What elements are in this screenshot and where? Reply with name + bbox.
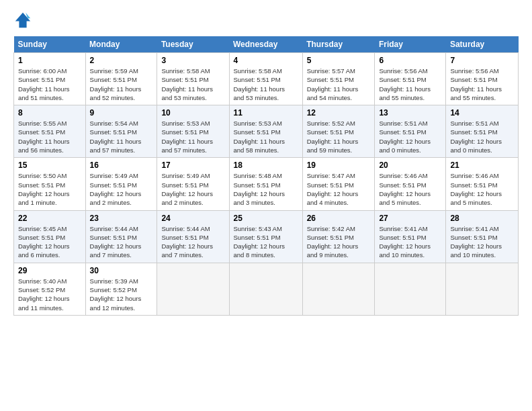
- day-number: 5: [307, 56, 371, 65]
- day-number: 17: [161, 161, 224, 170]
- logo-icon: [13, 11, 32, 30]
- day-info: Sunrise: 5:39 AM Sunset: 5:52 PM Dayligh…: [90, 277, 153, 312]
- svg-marker-0: [15, 13, 30, 28]
- day-cell: 14Sunrise: 5:51 AM Sunset: 5:51 PM Dayli…: [446, 105, 519, 158]
- col-header-sunday: Sunday: [14, 36, 86, 53]
- day-number: 27: [379, 214, 441, 223]
- day-cell: 18Sunrise: 5:48 AM Sunset: 5:51 PM Dayli…: [229, 158, 302, 210]
- week-row-2: 15Sunrise: 5:50 AM Sunset: 5:51 PM Dayli…: [14, 158, 519, 210]
- day-info: Sunrise: 5:42 AM Sunset: 5:51 PM Dayligh…: [307, 224, 371, 260]
- header: [13, 11, 519, 30]
- day-info: Sunrise: 5:54 AM Sunset: 5:51 PM Dayligh…: [90, 119, 153, 154]
- day-info: Sunrise: 5:46 AM Sunset: 5:51 PM Dayligh…: [379, 171, 441, 207]
- day-cell: 28Sunrise: 5:41 AM Sunset: 5:51 PM Dayli…: [446, 210, 519, 263]
- day-cell: 4Sunrise: 5:58 AM Sunset: 5:51 PM Daylig…: [229, 53, 302, 105]
- day-info: Sunrise: 5:58 AM Sunset: 5:51 PM Dayligh…: [161, 66, 224, 102]
- col-header-thursday: Thursday: [302, 36, 375, 53]
- day-cell: 7Sunrise: 5:56 AM Sunset: 5:51 PM Daylig…: [446, 53, 519, 105]
- day-number: 30: [90, 266, 153, 275]
- day-number: 20: [379, 161, 441, 170]
- col-header-wednesday: Wednesday: [229, 36, 302, 53]
- day-cell: 11Sunrise: 5:53 AM Sunset: 5:51 PM Dayli…: [229, 105, 302, 158]
- day-number: 2: [90, 56, 153, 65]
- col-header-tuesday: Tuesday: [157, 36, 229, 53]
- day-cell: 16Sunrise: 5:49 AM Sunset: 5:51 PM Dayli…: [85, 158, 157, 210]
- logo: [13, 11, 35, 30]
- day-cell: 19Sunrise: 5:47 AM Sunset: 5:51 PM Dayli…: [302, 158, 375, 210]
- day-cell: 27Sunrise: 5:41 AM Sunset: 5:51 PM Dayli…: [375, 210, 446, 263]
- day-number: 22: [18, 214, 81, 223]
- day-number: 6: [379, 56, 441, 65]
- day-info: Sunrise: 5:40 AM Sunset: 5:52 PM Dayligh…: [18, 277, 81, 312]
- day-info: Sunrise: 6:00 AM Sunset: 5:51 PM Dayligh…: [18, 66, 81, 102]
- day-info: Sunrise: 5:47 AM Sunset: 5:51 PM Dayligh…: [307, 171, 371, 207]
- day-cell: 23Sunrise: 5:44 AM Sunset: 5:51 PM Dayli…: [85, 210, 157, 263]
- day-cell: [375, 263, 446, 315]
- day-info: Sunrise: 5:53 AM Sunset: 5:51 PM Dayligh…: [234, 119, 298, 154]
- header-row: SundayMondayTuesdayWednesdayThursdayFrid…: [14, 36, 519, 53]
- day-cell: 8Sunrise: 5:55 AM Sunset: 5:51 PM Daylig…: [14, 105, 86, 158]
- day-info: Sunrise: 5:55 AM Sunset: 5:51 PM Dayligh…: [18, 119, 81, 154]
- calendar-table: SundayMondayTuesdayWednesdayThursdayFrid…: [13, 36, 519, 316]
- col-header-friday: Friday: [375, 36, 446, 53]
- day-cell: [229, 263, 302, 315]
- day-info: Sunrise: 5:41 AM Sunset: 5:51 PM Dayligh…: [450, 224, 514, 260]
- day-number: 1: [18, 56, 81, 65]
- day-number: 8: [18, 108, 81, 118]
- day-number: 18: [234, 161, 298, 170]
- day-number: 10: [161, 108, 224, 118]
- week-row-4: 29Sunrise: 5:40 AM Sunset: 5:52 PM Dayli…: [14, 263, 519, 315]
- day-number: 19: [307, 161, 371, 170]
- day-cell: 30Sunrise: 5:39 AM Sunset: 5:52 PM Dayli…: [85, 263, 157, 315]
- day-cell: 12Sunrise: 5:52 AM Sunset: 5:51 PM Dayli…: [302, 105, 375, 158]
- day-cell: 15Sunrise: 5:50 AM Sunset: 5:51 PM Dayli…: [14, 158, 86, 210]
- day-number: 16: [90, 161, 153, 170]
- day-info: Sunrise: 5:50 AM Sunset: 5:51 PM Dayligh…: [18, 171, 81, 207]
- day-cell: 22Sunrise: 5:45 AM Sunset: 5:51 PM Dayli…: [14, 210, 86, 263]
- day-info: Sunrise: 5:46 AM Sunset: 5:51 PM Dayligh…: [450, 171, 514, 207]
- page: SundayMondayTuesdayWednesdayThursdayFrid…: [0, 0, 532, 322]
- day-number: 4: [234, 56, 298, 65]
- day-cell: 5Sunrise: 5:57 AM Sunset: 5:51 PM Daylig…: [302, 53, 375, 105]
- day-info: Sunrise: 5:58 AM Sunset: 5:51 PM Dayligh…: [234, 66, 298, 102]
- day-cell: [157, 263, 229, 315]
- day-number: 13: [379, 108, 441, 118]
- day-number: 21: [450, 161, 514, 170]
- day-cell: 3Sunrise: 5:58 AM Sunset: 5:51 PM Daylig…: [157, 53, 229, 105]
- day-info: Sunrise: 5:59 AM Sunset: 5:51 PM Dayligh…: [90, 66, 153, 102]
- day-number: 28: [450, 214, 514, 223]
- week-row-0: 1Sunrise: 6:00 AM Sunset: 5:51 PM Daylig…: [14, 53, 519, 105]
- day-info: Sunrise: 5:57 AM Sunset: 5:51 PM Dayligh…: [307, 66, 371, 102]
- day-info: Sunrise: 5:49 AM Sunset: 5:51 PM Dayligh…: [90, 171, 153, 207]
- day-info: Sunrise: 5:49 AM Sunset: 5:51 PM Dayligh…: [161, 171, 224, 207]
- day-info: Sunrise: 5:51 AM Sunset: 5:51 PM Dayligh…: [450, 119, 514, 154]
- day-number: 24: [161, 214, 224, 223]
- day-cell: 26Sunrise: 5:42 AM Sunset: 5:51 PM Dayli…: [302, 210, 375, 263]
- day-cell: 21Sunrise: 5:46 AM Sunset: 5:51 PM Dayli…: [446, 158, 519, 210]
- day-number: 29: [18, 266, 81, 275]
- day-info: Sunrise: 5:43 AM Sunset: 5:51 PM Dayligh…: [234, 224, 298, 260]
- day-info: Sunrise: 5:51 AM Sunset: 5:51 PM Dayligh…: [379, 119, 441, 154]
- day-number: 11: [234, 108, 298, 118]
- day-number: 26: [307, 214, 371, 223]
- day-number: 23: [90, 214, 153, 223]
- week-row-1: 8Sunrise: 5:55 AM Sunset: 5:51 PM Daylig…: [14, 105, 519, 158]
- day-number: 14: [450, 108, 514, 118]
- day-cell: 20Sunrise: 5:46 AM Sunset: 5:51 PM Dayli…: [375, 158, 446, 210]
- day-info: Sunrise: 5:52 AM Sunset: 5:51 PM Dayligh…: [307, 119, 371, 154]
- day-info: Sunrise: 5:45 AM Sunset: 5:51 PM Dayligh…: [18, 224, 81, 260]
- day-info: Sunrise: 5:56 AM Sunset: 5:51 PM Dayligh…: [450, 66, 514, 102]
- day-info: Sunrise: 5:53 AM Sunset: 5:51 PM Dayligh…: [161, 119, 224, 154]
- week-row-3: 22Sunrise: 5:45 AM Sunset: 5:51 PM Dayli…: [14, 210, 519, 263]
- day-cell: 29Sunrise: 5:40 AM Sunset: 5:52 PM Dayli…: [14, 263, 86, 315]
- col-header-monday: Monday: [85, 36, 157, 53]
- day-cell: 25Sunrise: 5:43 AM Sunset: 5:51 PM Dayli…: [229, 210, 302, 263]
- day-number: 3: [161, 56, 224, 65]
- day-cell: 6Sunrise: 5:56 AM Sunset: 5:51 PM Daylig…: [375, 53, 446, 105]
- day-cell: 1Sunrise: 6:00 AM Sunset: 5:51 PM Daylig…: [14, 53, 86, 105]
- day-info: Sunrise: 5:44 AM Sunset: 5:51 PM Dayligh…: [90, 224, 153, 260]
- day-cell: 2Sunrise: 5:59 AM Sunset: 5:51 PM Daylig…: [85, 53, 157, 105]
- day-number: 25: [234, 214, 298, 223]
- day-number: 15: [18, 161, 81, 170]
- day-info: Sunrise: 5:41 AM Sunset: 5:51 PM Dayligh…: [379, 224, 441, 260]
